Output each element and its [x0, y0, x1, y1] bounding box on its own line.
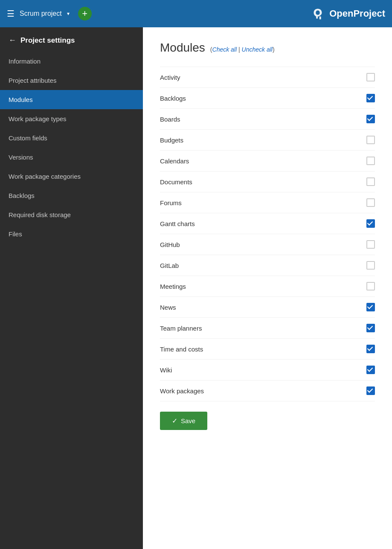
module-label-documents: Documents — [160, 178, 192, 186]
module-row-boards: Boards — [160, 109, 375, 130]
checkbox-time-and-costs[interactable] — [366, 345, 375, 353]
header-separator: | — [238, 46, 242, 53]
sidebar-nav: InformationProject attributesModulesWork… — [0, 52, 143, 244]
module-label-work-packages: Work packages — [160, 387, 204, 395]
module-row-meetings: Meetings — [160, 276, 375, 297]
module-row-wiki: Wiki — [160, 360, 375, 381]
sidebar-back-button[interactable]: ← Project settings — [0, 27, 143, 52]
checkbox-boards[interactable] — [366, 115, 375, 123]
module-row-forums: Forums — [160, 192, 375, 213]
checkbox-wrapper-budgets — [366, 136, 375, 144]
checkbox-wrapper-gitlab — [366, 261, 375, 270]
module-row-github: GitHub — [160, 234, 375, 255]
sidebar-title: Project settings — [20, 36, 75, 45]
module-label-gantt-charts: Gantt charts — [160, 220, 195, 227]
checkbox-wrapper-gantt-charts — [366, 219, 375, 228]
module-row-budgets: Budgets — [160, 130, 375, 151]
checkbox-forums[interactable] — [366, 198, 375, 207]
module-row-news: News — [160, 297, 375, 318]
checkbox-backlogs[interactable] — [366, 94, 375, 102]
module-row-activity: Activity — [160, 67, 375, 88]
add-button[interactable]: + — [78, 7, 92, 20]
module-label-time-and-costs: Time and costs — [160, 346, 203, 353]
module-label-github: GitHub — [160, 241, 180, 248]
checkbox-wrapper-forums — [366, 198, 375, 207]
module-row-team-planners: Team planners — [160, 318, 375, 339]
module-row-gitlab: GitLab — [160, 255, 375, 276]
checkbox-wrapper-documents — [366, 177, 375, 186]
page-title: Modules — [160, 41, 205, 55]
module-row-backlogs: Backlogs — [160, 88, 375, 109]
sidebar-item-modules[interactable]: Modules — [0, 90, 143, 109]
openproject-logo-icon — [310, 6, 326, 22]
save-button[interactable]: ✓ Save — [160, 412, 207, 430]
module-row-time-and-costs: Time and costs — [160, 339, 375, 360]
sidebar-item-work-package-types[interactable]: Work package types — [0, 109, 143, 128]
module-label-boards: Boards — [160, 116, 180, 123]
checkbox-wrapper-team-planners — [366, 324, 375, 332]
checkbox-wrapper-boards — [366, 115, 375, 123]
uncheck-all-link[interactable]: Uncheck all — [242, 46, 273, 53]
content-area: Modules (Check all | Uncheck all) Activi… — [143, 27, 392, 549]
checkbox-wrapper-backlogs — [366, 94, 375, 102]
module-label-gitlab: GitLab — [160, 262, 179, 269]
module-label-activity: Activity — [160, 74, 180, 81]
sidebar-item-custom-fields[interactable]: Custom fields — [0, 128, 143, 148]
module-row-documents: Documents — [160, 171, 375, 192]
main-layout: ← Project settings InformationProject at… — [0, 27, 392, 549]
hamburger-icon[interactable]: ☰ — [7, 9, 15, 19]
checkbox-wrapper-work-packages — [366, 386, 375, 395]
back-arrow-icon: ← — [9, 36, 16, 45]
module-label-budgets: Budgets — [160, 137, 183, 144]
sidebar: ← Project settings InformationProject at… — [0, 27, 143, 549]
module-label-backlogs: Backlogs — [160, 95, 186, 102]
topbar-left: ☰ Scrum project ▾ + — [7, 7, 92, 20]
openproject-logo-text: OpenProject — [329, 8, 385, 19]
sidebar-item-required-disk-storage[interactable]: Required disk storage — [0, 205, 143, 224]
topbar: ☰ Scrum project ▾ + OpenProject — [0, 0, 392, 27]
module-row-work-packages: Work packages — [160, 381, 375, 401]
checkbox-documents[interactable] — [366, 177, 375, 186]
checkbox-gitlab[interactable] — [366, 261, 375, 270]
sidebar-item-backlogs[interactable]: Backlogs — [0, 186, 143, 205]
checkbox-wrapper-wiki — [366, 366, 375, 374]
checkbox-wrapper-calendars — [366, 157, 375, 165]
module-label-forums: Forums — [160, 199, 182, 206]
check-all-link[interactable]: Check all — [212, 46, 237, 53]
checkbox-wiki[interactable] — [366, 366, 375, 374]
sidebar-item-work-package-categories[interactable]: Work package categories — [0, 167, 143, 186]
project-dropdown-arrow[interactable]: ▾ — [67, 11, 70, 17]
checkbox-wrapper-github — [366, 240, 375, 249]
checkbox-github[interactable] — [366, 240, 375, 249]
checkbox-news[interactable] — [366, 303, 375, 311]
save-button-label: Save — [181, 417, 195, 424]
module-label-news: News — [160, 304, 176, 311]
module-label-team-planners: Team planners — [160, 325, 202, 332]
sidebar-item-versions[interactable]: Versions — [0, 148, 143, 167]
checkbox-work-packages[interactable] — [366, 386, 375, 395]
topbar-logo: OpenProject — [310, 6, 385, 22]
checkbox-calendars[interactable] — [366, 157, 375, 165]
checkbox-team-planners[interactable] — [366, 324, 375, 332]
module-list: ActivityBacklogsBoardsBudgetsCalendarsDo… — [160, 67, 375, 401]
content-header: Modules (Check all | Uncheck all) — [160, 41, 375, 55]
module-row-gantt-charts: Gantt charts — [160, 213, 375, 234]
checkbox-gantt-charts[interactable] — [366, 219, 375, 228]
module-label-wiki: Wiki — [160, 366, 172, 374]
checkbox-activity[interactable] — [366, 73, 375, 81]
checkbox-wrapper-meetings — [366, 282, 375, 290]
save-check-icon: ✓ — [172, 417, 177, 425]
sidebar-item-information[interactable]: Information — [0, 52, 143, 71]
sidebar-item-project-attributes[interactable]: Project attributes — [0, 71, 143, 90]
module-label-meetings: Meetings — [160, 283, 186, 290]
sidebar-item-files[interactable]: Files — [0, 224, 143, 244]
checkbox-wrapper-time-and-costs — [366, 345, 375, 353]
module-row-calendars: Calendars — [160, 151, 375, 171]
header-links: (Check all | Uncheck all) — [210, 46, 275, 53]
checkbox-budgets[interactable] — [366, 136, 375, 144]
checkbox-meetings[interactable] — [366, 282, 375, 290]
checkbox-wrapper-news — [366, 303, 375, 311]
checkbox-wrapper-activity — [366, 73, 375, 81]
save-section: ✓ Save — [160, 412, 375, 430]
project-name[interactable]: Scrum project — [20, 10, 62, 17]
